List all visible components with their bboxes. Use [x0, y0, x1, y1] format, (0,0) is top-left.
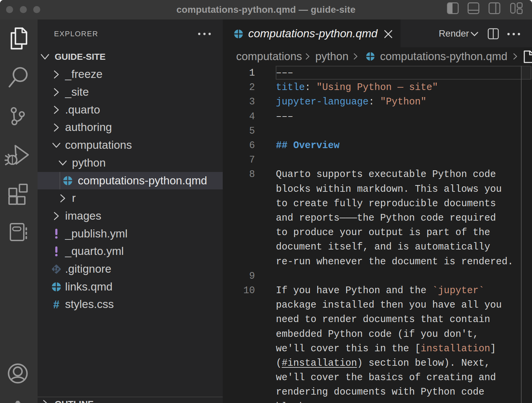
svg-text:#: #	[53, 298, 59, 311]
